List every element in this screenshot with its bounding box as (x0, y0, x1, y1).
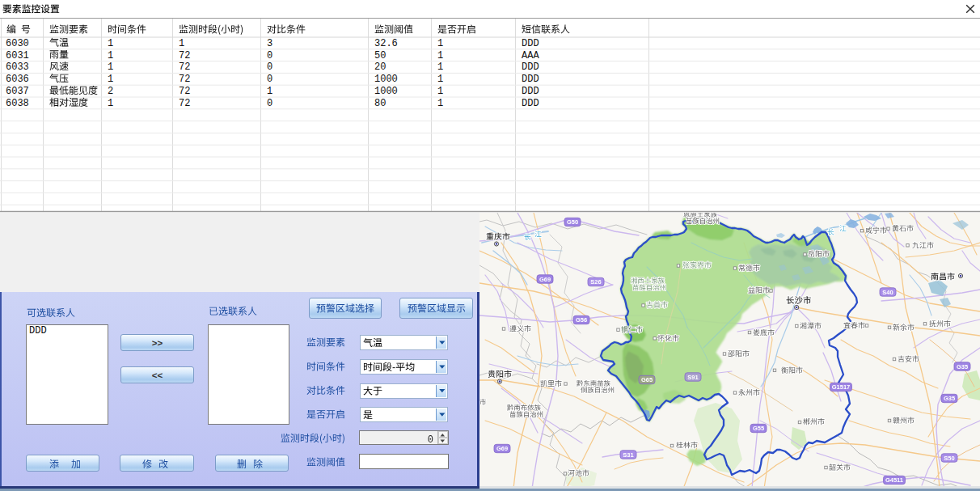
svg-text:1: 1 (437, 74, 443, 85)
svg-text:0: 0 (267, 50, 272, 61)
svg-text:G55: G55 (753, 425, 764, 432)
svg-text:3: 3 (267, 38, 272, 49)
svg-text:72: 72 (179, 98, 190, 109)
svg-text:G65: G65 (641, 376, 653, 383)
svg-text:1: 1 (437, 61, 443, 73)
svg-text:72: 72 (179, 74, 190, 85)
svg-text:1: 1 (437, 50, 443, 61)
svg-text:1: 1 (108, 61, 113, 73)
svg-text:72: 72 (179, 61, 190, 73)
svg-text:1: 1 (267, 86, 272, 97)
svg-text:6033: 6033 (6, 61, 29, 73)
svg-text:DDD: DDD (522, 74, 539, 85)
svg-text:6036: 6036 (6, 74, 29, 85)
svg-text:1: 1 (108, 98, 113, 109)
svg-text:G50: G50 (567, 218, 578, 226)
svg-text:80: 80 (374, 98, 386, 109)
svg-text:50: 50 (374, 50, 386, 61)
svg-text:72: 72 (179, 50, 190, 61)
svg-text:1: 1 (437, 38, 443, 49)
svg-text:1000: 1000 (374, 74, 398, 85)
svg-text:0: 0 (428, 434, 433, 446)
svg-text:S91: S91 (687, 374, 698, 381)
svg-text:0: 0 (267, 74, 272, 85)
svg-text:G35: G35 (944, 395, 955, 402)
svg-text:AAA: AAA (522, 50, 539, 61)
svg-text:1: 1 (437, 98, 443, 109)
svg-text:72: 72 (179, 86, 190, 97)
svg-text:G69: G69 (539, 276, 551, 283)
svg-text:S50: S50 (944, 455, 954, 462)
svg-text:G69: G69 (496, 445, 508, 452)
svg-text:S26: S26 (590, 278, 601, 286)
svg-text:G56: G56 (576, 316, 587, 324)
svg-text:G4511: G4511 (885, 476, 903, 484)
svg-text:DDD: DDD (522, 38, 539, 49)
svg-text:>>: >> (152, 338, 163, 348)
svg-text:2: 2 (108, 86, 113, 97)
svg-text:DDD: DDD (29, 325, 47, 337)
svg-text:1: 1 (108, 38, 113, 49)
svg-text:1: 1 (179, 38, 184, 49)
svg-text:32.6: 32.6 (374, 38, 398, 49)
svg-text:G35: G35 (957, 363, 968, 370)
svg-text:DDD: DDD (522, 86, 539, 97)
svg-text:S31: S31 (623, 451, 633, 459)
svg-text:DDD: DDD (522, 61, 539, 73)
svg-text:1: 1 (108, 50, 113, 61)
svg-text:1: 1 (437, 86, 443, 97)
svg-text:1000: 1000 (374, 86, 398, 97)
svg-text:1: 1 (108, 74, 113, 85)
svg-text:S40: S40 (882, 289, 893, 296)
svg-text:0: 0 (267, 98, 272, 109)
svg-text:G1517: G1517 (832, 383, 851, 391)
svg-text:20: 20 (374, 61, 386, 73)
svg-text:6037: 6037 (6, 86, 29, 97)
svg-text:6038: 6038 (6, 98, 29, 109)
svg-text:DDD: DDD (522, 98, 539, 109)
svg-text:<<: << (152, 370, 163, 380)
svg-text:0: 0 (267, 61, 272, 73)
svg-text:6030: 6030 (6, 38, 29, 49)
svg-text:6031: 6031 (6, 50, 29, 61)
